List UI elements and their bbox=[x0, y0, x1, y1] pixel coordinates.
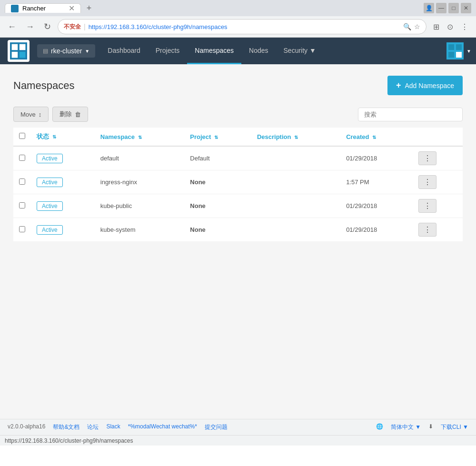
new-tab-button[interactable]: + bbox=[81, 3, 97, 13]
extensions-button[interactable]: ⊞ bbox=[430, 20, 442, 33]
app-content: Namespaces + Add Namespace Move ↕ 删除 🗑 bbox=[0, 64, 476, 419]
menu-button[interactable]: ⋮ bbox=[458, 20, 471, 33]
svg-rect-2 bbox=[20, 44, 26, 50]
move-icon: ↕ bbox=[39, 111, 42, 118]
app-logo bbox=[0, 40, 37, 62]
description-cell bbox=[251, 146, 340, 170]
namespace-cell: default bbox=[95, 146, 185, 170]
svg-rect-9 bbox=[456, 52, 462, 58]
title-bar: Rancher ✕ + 👤 — □ ✕ bbox=[0, 0, 476, 16]
project-column-header[interactable]: Project ⇅ bbox=[184, 128, 251, 146]
address-bar[interactable]: 不安全 | https://192.168.3.160/c/cluster-ph… bbox=[58, 19, 426, 34]
security-label: Security bbox=[284, 47, 308, 54]
svg-rect-8 bbox=[448, 52, 454, 58]
row-checkbox-cell[interactable] bbox=[13, 194, 31, 218]
table-row: Active ingress-nginx None 1:57 PM ⋮ bbox=[13, 170, 463, 194]
search-icon[interactable]: 🔍 bbox=[403, 23, 411, 30]
toolbar-left: Move ↕ 删除 🗑 bbox=[13, 107, 88, 122]
forward-button[interactable]: → bbox=[23, 20, 37, 34]
row-action-button[interactable]: ⋮ bbox=[418, 175, 436, 189]
download-separator: ⬇ bbox=[428, 423, 433, 431]
description-cell bbox=[251, 170, 340, 194]
security-dropdown-icon: ▼ bbox=[309, 47, 316, 54]
footer-slack-link[interactable]: Slack bbox=[106, 423, 120, 431]
footer-forum-link[interactable]: 论坛 bbox=[87, 423, 99, 431]
footer-issue-link[interactable]: 提交问题 bbox=[205, 423, 228, 431]
created-column-header[interactable]: Created ⇅ bbox=[340, 128, 412, 146]
user-icon-btn[interactable]: 👤 bbox=[424, 3, 434, 13]
profile-button[interactable]: ⊙ bbox=[444, 20, 456, 33]
namespace-column-header[interactable]: Namespace ⇅ bbox=[95, 128, 185, 146]
window-controls: 👤 — □ ✕ bbox=[424, 3, 471, 13]
browser-chrome: Rancher ✕ + 👤 — □ ✕ ← → ↻ 不安全 | https://… bbox=[0, 0, 476, 38]
browser-status-bar: https://192.168.3.160/c/cluster-phg9h/na… bbox=[0, 435, 476, 446]
row-checkbox-cell[interactable] bbox=[13, 218, 31, 242]
description-column-header[interactable]: Description ⇅ bbox=[251, 128, 340, 146]
footer-right: 🌐 简体中文 ▼ ⬇ 下载CLI ▼ bbox=[376, 423, 468, 431]
rancher-logo bbox=[8, 40, 30, 62]
footer-wechat-link[interactable]: *%modalWechat wechat%* bbox=[128, 423, 197, 431]
status-sort-icon: ⇅ bbox=[52, 134, 56, 139]
address-icons: 🔍 ☆ bbox=[403, 23, 420, 30]
nav-link-security[interactable]: Security ▼ bbox=[276, 38, 324, 64]
browser-tab[interactable]: Rancher ✕ bbox=[5, 3, 81, 13]
action-cell[interactable]: ⋮ bbox=[413, 170, 463, 194]
action-cell[interactable]: ⋮ bbox=[413, 146, 463, 170]
action-cell[interactable]: ⋮ bbox=[413, 194, 463, 218]
row-action-button[interactable]: ⋮ bbox=[418, 199, 436, 213]
nav-link-projects[interactable]: Projects bbox=[148, 38, 188, 64]
status-cell: Active bbox=[31, 170, 95, 194]
cluster-selector[interactable]: ▤ rke-cluster ▼ bbox=[37, 44, 95, 58]
select-all-header[interactable] bbox=[13, 128, 31, 146]
lang-dropdown-icon: ▼ bbox=[415, 424, 421, 430]
status-badge: Active bbox=[37, 154, 63, 163]
select-all-checkbox[interactable] bbox=[19, 133, 25, 139]
close-button[interactable]: ✕ bbox=[461, 3, 471, 13]
user-avatar-button[interactable]: ▼ bbox=[446, 42, 471, 59]
download-cli-link[interactable]: 下载CLI ▼ bbox=[441, 423, 468, 431]
actions-column-header bbox=[413, 128, 463, 146]
globe-icon: 🌐 bbox=[376, 423, 383, 431]
row-checkbox-cell[interactable] bbox=[13, 170, 31, 194]
nav-link-nodes[interactable]: Nodes bbox=[241, 38, 276, 64]
nav-bar: ← → ↻ 不安全 | https://192.168.3.160/c/clus… bbox=[0, 16, 476, 37]
row-action-button[interactable]: ⋮ bbox=[418, 151, 436, 165]
created-cell: 01/29/2018 bbox=[340, 194, 412, 218]
svg-rect-6 bbox=[448, 44, 454, 50]
created-sort-icon: ⇅ bbox=[372, 135, 376, 140]
nav-link-namespaces[interactable]: Namespaces bbox=[187, 38, 241, 64]
bookmark-icon[interactable]: ☆ bbox=[414, 23, 420, 30]
table-row: Active kube-public None 01/29/2018 ⋮ bbox=[13, 194, 463, 218]
tab-close-button[interactable]: ✕ bbox=[69, 4, 75, 13]
download-dropdown-icon: ▼ bbox=[463, 424, 468, 430]
add-namespace-button[interactable]: + Add Namespace bbox=[387, 76, 463, 95]
reload-button[interactable]: ↻ bbox=[41, 20, 54, 34]
description-cell bbox=[251, 194, 340, 218]
minimize-button[interactable]: — bbox=[436, 3, 446, 13]
row-checkbox-cell[interactable] bbox=[13, 146, 31, 170]
project-cell: None bbox=[184, 194, 251, 218]
project-bold: None bbox=[190, 226, 206, 233]
status-badge: Active bbox=[37, 201, 63, 211]
delete-button[interactable]: 删除 🗑 bbox=[52, 107, 88, 122]
footer-help-link[interactable]: 帮助&文档 bbox=[53, 423, 79, 431]
project-cell: None bbox=[184, 170, 251, 194]
search-input[interactable] bbox=[358, 108, 463, 121]
nav-link-dashboard[interactable]: Dashboard bbox=[100, 38, 148, 64]
row-checkbox[interactable] bbox=[19, 202, 25, 208]
maximize-button[interactable]: □ bbox=[448, 3, 459, 13]
row-action-button[interactable]: ⋮ bbox=[418, 223, 436, 237]
top-nav-links: Dashboard Projects Namespaces Nodes Secu… bbox=[100, 38, 324, 64]
back-button[interactable]: ← bbox=[5, 20, 19, 34]
browser-extra-icons: ⊞ ⊙ ⋮ bbox=[430, 20, 471, 33]
status-cell: Active bbox=[31, 146, 95, 170]
status-column-header[interactable]: 状态 ⇅ bbox=[31, 128, 95, 146]
language-selector[interactable]: 简体中文 ▼ bbox=[391, 423, 421, 431]
svg-rect-3 bbox=[12, 52, 18, 58]
row-checkbox[interactable] bbox=[19, 226, 25, 232]
action-cell[interactable]: ⋮ bbox=[413, 218, 463, 242]
app: ▤ rke-cluster ▼ Dashboard Projects Names… bbox=[0, 38, 476, 435]
row-checkbox[interactable] bbox=[19, 178, 25, 185]
move-button[interactable]: Move ↕ bbox=[13, 107, 49, 122]
row-checkbox[interactable] bbox=[19, 155, 25, 161]
